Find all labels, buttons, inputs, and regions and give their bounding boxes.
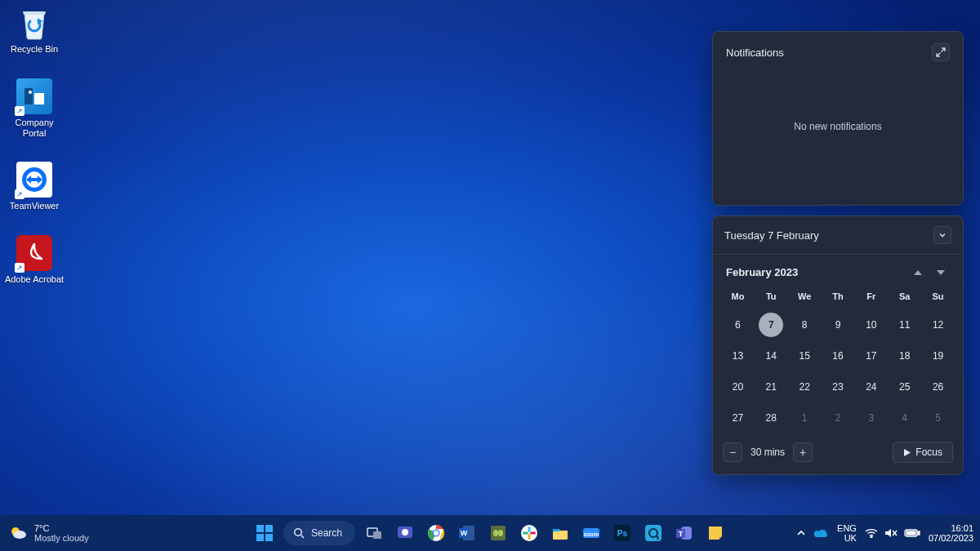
svg-rect-51 [918, 531, 920, 535]
teams-icon: T [675, 524, 693, 542]
file-explorer-icon [551, 524, 569, 542]
calendar-day[interactable]: 2 [822, 402, 855, 433]
svg-rect-13 [265, 525, 273, 532]
calendar-day[interactable]: 25 [888, 371, 921, 402]
calendar-day-today[interactable]: 7 [759, 313, 783, 337]
tray-onedrive[interactable] [814, 528, 829, 538]
taskbar-system-tray: ENG UK 16:01 07/02/2023 [796, 523, 973, 543]
calendar-day[interactable]: 20 [721, 371, 755, 402]
calendar-day[interactable]: 11 [888, 309, 921, 340]
calendar-day-header: We [788, 287, 822, 309]
focus-button-label: Focus [915, 447, 942, 458]
calendar-day[interactable]: 21 [755, 371, 788, 402]
calendar-day[interactable]: 10 [854, 309, 888, 340]
snagit-icon [644, 524, 662, 542]
tray-language[interactable]: ENG UK [837, 523, 857, 543]
calendar-day[interactable]: 8 [788, 309, 822, 340]
desktop-icon-teamviewer[interactable]: ↗ TeamViewer [3, 162, 65, 211]
calendar-day[interactable]: 18 [888, 340, 921, 371]
word-icon: W [458, 524, 476, 542]
notepadpp-icon [489, 524, 507, 542]
calendar-day[interactable]: 6 [721, 309, 755, 340]
svg-rect-34 [528, 534, 531, 540]
volume-muted-icon [884, 527, 898, 539]
calendar-next-month-button[interactable] [937, 270, 945, 275]
calendar-day[interactable]: 14 [755, 340, 788, 371]
calendar-panel: Tuesday 7 February February 2023 MoTuWeT… [712, 216, 964, 475]
calendar-day[interactable]: 27 [721, 402, 755, 433]
desktop[interactable]: Recycle Bin ↗ Company Portal ↗ TeamViewe… [0, 0, 980, 551]
calendar-day[interactable]: 3 [854, 402, 888, 433]
start-button[interactable] [252, 521, 277, 545]
taskbar-app-notepadpp[interactable] [486, 521, 510, 545]
svg-text:W: W [461, 529, 468, 537]
tray-date: 07/02/2023 [929, 533, 973, 543]
calendar-day-header: Th [822, 287, 855, 309]
tray-time: 16:01 [951, 523, 973, 533]
calendar-month-label[interactable]: February 2023 [726, 266, 798, 278]
task-view-button[interactable] [362, 521, 386, 545]
calendar-day[interactable]: 22 [788, 371, 822, 402]
focus-duration-value: 30 mins [751, 447, 785, 458]
taskbar-app-zoom[interactable]: zoom [579, 521, 604, 545]
calendar-day[interactable]: 26 [921, 371, 955, 402]
taskbar-app-stickynotes[interactable] [703, 521, 728, 545]
shortcut-arrow-icon: ↗ [15, 189, 24, 199]
onedrive-icon [814, 528, 829, 538]
chrome-icon [427, 524, 445, 542]
taskbar: 7°C Mostly cloudy Search [0, 515, 980, 551]
taskbar-app-slack[interactable] [517, 521, 541, 545]
tray-quick-settings[interactable] [865, 527, 920, 539]
tray-overflow-button[interactable] [796, 528, 806, 538]
play-icon [903, 449, 911, 456]
calendar-day[interactable]: 24 [854, 371, 888, 402]
svg-rect-8 [30, 178, 38, 181]
svg-rect-1 [24, 88, 33, 104]
desktop-icon-adobe-acrobat[interactable]: ↗ Adobe Acrobat [3, 235, 65, 285]
calendar-day[interactable]: 16 [822, 340, 855, 371]
calendar-prev-month-button[interactable] [914, 270, 922, 275]
calendar-day[interactable]: 15 [788, 340, 822, 371]
shortcut-arrow-icon: ↗ [15, 263, 24, 273]
teams-chat-icon [396, 524, 414, 542]
task-view-icon [366, 525, 382, 541]
focus-duration-stepper: − 30 mins + [723, 442, 813, 462]
desktop-icon-recycle-bin[interactable]: Recycle Bin [3, 5, 65, 55]
svg-rect-32 [528, 527, 531, 532]
taskbar-app-teams-chat[interactable] [393, 521, 417, 545]
tray-clock[interactable]: 16:01 07/02/2023 [929, 523, 973, 543]
calendar-day[interactable]: 28 [755, 402, 788, 433]
focus-decrement-button[interactable]: − [723, 442, 742, 462]
notifications-settings-button[interactable] [932, 43, 950, 61]
taskbar-app-chrome[interactable] [424, 521, 448, 545]
calendar-day[interactable]: 13 [721, 340, 755, 371]
calendar-day[interactable]: 17 [854, 340, 888, 371]
company-portal-icon [23, 85, 46, 108]
stickynotes-icon [706, 524, 724, 542]
search-label: Search [311, 527, 342, 539]
taskbar-weather-widget[interactable]: 7°C Mostly cloudy [0, 523, 97, 543]
svg-point-11 [13, 531, 26, 539]
desktop-icon-company-portal[interactable]: ↗ Company Portal [3, 78, 65, 139]
svg-rect-50 [906, 531, 915, 535]
focus-start-button[interactable]: Focus [893, 442, 953, 463]
search-icon [293, 527, 305, 539]
calendar-day[interactable]: 19 [921, 340, 955, 371]
focus-increment-button[interactable]: + [793, 442, 813, 462]
taskbar-app-word[interactable]: W [455, 521, 479, 545]
photoshop-icon: Ps [613, 524, 631, 542]
calendar-day[interactable]: 5 [921, 402, 955, 433]
calendar-day[interactable]: 1 [788, 402, 822, 433]
taskbar-app-file-explorer[interactable] [548, 521, 572, 545]
taskbar-app-photoshop[interactable]: Ps [610, 521, 635, 545]
taskbar-search[interactable]: Search [283, 521, 355, 545]
svg-point-24 [434, 531, 439, 535]
calendar-collapse-button[interactable] [933, 226, 951, 244]
taskbar-app-snagit[interactable] [641, 521, 666, 545]
taskbar-app-teams[interactable]: T [672, 521, 697, 545]
calendar-day[interactable]: 12 [921, 309, 955, 340]
calendar-day[interactable]: 23 [822, 371, 855, 402]
svg-text:Ps: Ps [617, 529, 628, 538]
calendar-day[interactable]: 4 [888, 402, 921, 433]
calendar-day[interactable]: 9 [822, 309, 855, 340]
